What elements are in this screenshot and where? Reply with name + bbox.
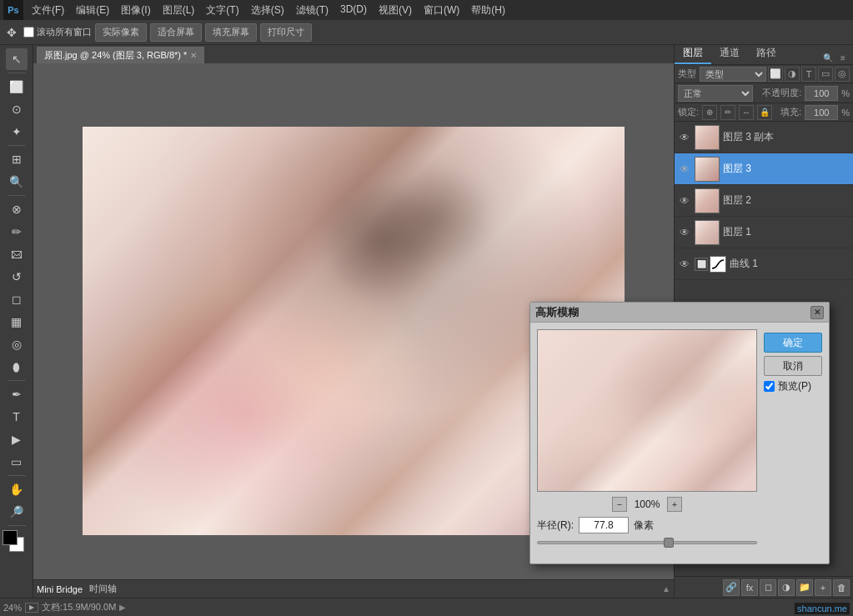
actual-pixels-btn[interactable]: 实际像素 <box>95 23 147 42</box>
marquee-tool[interactable]: ⬜ <box>6 76 28 98</box>
lock-all-icon[interactable]: 🔒 <box>757 105 772 120</box>
clone-stamp-tool[interactable]: 🖂 <box>6 243 28 265</box>
menu-window[interactable]: 窗口(W) <box>419 2 464 19</box>
new-adjustment-btn[interactable]: ◑ <box>778 579 795 596</box>
add-style-btn[interactable]: fx <box>741 579 758 596</box>
layer-item-3-copy[interactable]: 👁 图层 3 副本 <box>675 122 853 153</box>
dialog-cancel-btn[interactable]: 取消 <box>764 356 822 376</box>
layer-visibility-3[interactable]: 👁 <box>678 163 691 176</box>
menu-layer[interactable]: 图层(L) <box>158 2 200 19</box>
panel-search-icon[interactable]: 🔍 <box>821 51 835 64</box>
eraser-tool[interactable]: ◻ <box>6 288 28 310</box>
panel-expand-icon[interactable]: ▲ <box>662 584 670 593</box>
kind-pixel-icon[interactable]: ⬜ <box>768 67 783 82</box>
menu-text[interactable]: 文字(T) <box>201 2 243 19</box>
menu-help[interactable]: 帮助(H) <box>466 2 510 19</box>
status-menu-btn[interactable]: ▶ <box>25 603 38 613</box>
eyedropper-tool[interactable]: 🔍 <box>6 171 28 193</box>
radius-label: 半径(R): <box>537 518 574 533</box>
kind-shape-icon[interactable]: ▭ <box>818 67 833 82</box>
zoom-tool[interactable]: 🔎 <box>6 501 28 523</box>
history-brush-tool[interactable]: ↺ <box>6 266 28 288</box>
fit-screen-btn[interactable]: 适合屏幕 <box>150 23 202 42</box>
menu-image[interactable]: 图像(I) <box>116 2 155 19</box>
zoom-in-btn[interactable]: + <box>667 497 682 512</box>
pen-tool[interactable]: ✒ <box>6 383 28 405</box>
opacity-input[interactable] <box>805 86 838 101</box>
layer-visibility-1[interactable]: 👁 <box>678 226 691 239</box>
delete-layer-btn[interactable]: 🗑 <box>833 579 850 596</box>
layer-item-1[interactable]: 👁 图层 1 <box>675 217 853 248</box>
dialog-close-btn[interactable]: ✕ <box>810 306 824 319</box>
hand-tool[interactable]: ✋ <box>6 478 28 500</box>
dialog-content: − 100% + 半径(R): 像素 确定 取消 <box>530 323 829 563</box>
magic-wand-tool[interactable]: ✦ <box>6 121 28 143</box>
new-group-btn[interactable]: 📁 <box>796 579 813 596</box>
kind-dropdown[interactable]: 类型 <box>700 67 766 82</box>
kind-smart-icon[interactable]: ◎ <box>835 67 850 82</box>
crop-tool[interactable]: ⊞ <box>6 148 28 170</box>
tool-separator-4 <box>8 380 26 381</box>
menu-file[interactable]: 文件(F) <box>27 2 69 19</box>
layer-item-curves[interactable]: 👁 ⬜ 曲线 1 <box>675 248 853 280</box>
zoom-out-btn[interactable]: − <box>612 497 627 512</box>
lock-move-icon[interactable]: ↔ <box>739 105 754 120</box>
mini-bridge-bar: Mini Bridge 时间轴 ▲ <box>33 579 674 598</box>
canvas-tab[interactable]: 原图.jpg @ 24% (图层 3, RGB/8*) * ✕ <box>37 47 204 63</box>
status-expand-btn[interactable]: ▶ <box>119 603 126 612</box>
tab-close-btn[interactable]: ✕ <box>190 51 197 60</box>
shape-tool[interactable]: ▭ <box>6 451 28 473</box>
lock-position-icon[interactable]: ⊕ <box>702 105 717 120</box>
kind-adjust-icon[interactable]: ◑ <box>785 67 800 82</box>
new-layer-btn[interactable]: + <box>815 579 831 596</box>
move-tool-icon: ✥ <box>3 24 20 41</box>
layer-visibility-3-copy[interactable]: 👁 <box>678 131 691 144</box>
spot-healing-tool[interactable]: ⊗ <box>6 198 28 220</box>
path-select-tool[interactable]: ▶ <box>6 428 28 450</box>
dodge-tool[interactable]: ⬮ <box>6 356 28 378</box>
menu-view[interactable]: 视图(V) <box>374 2 417 19</box>
brush-tool[interactable]: ✏ <box>6 221 28 243</box>
layer-visibility-2[interactable]: 👁 <box>678 194 691 208</box>
paths-tab[interactable]: 路径 <box>748 43 785 64</box>
mini-bridge-tab[interactable]: Mini Bridge <box>37 584 83 594</box>
add-mask-btn[interactable]: ◻ <box>760 579 776 596</box>
text-tool[interactable]: T <box>6 406 28 428</box>
blend-mode-dropdown[interactable]: 正常 <box>678 85 753 102</box>
foreground-color-box[interactable] <box>3 530 18 545</box>
move-tool[interactable]: ↖ <box>6 48 28 70</box>
blur-tool[interactable]: ◎ <box>6 333 28 355</box>
radius-input[interactable] <box>579 517 629 533</box>
radius-slider[interactable] <box>537 537 757 548</box>
slider-thumb[interactable] <box>664 538 674 548</box>
link-layers-btn[interactable]: 🔗 <box>723 579 740 596</box>
layers-tab[interactable]: 图层 <box>675 43 711 64</box>
lock-paint-icon[interactable]: ✏ <box>720 105 735 120</box>
panel-menu-icon[interactable]: ≡ <box>836 51 850 64</box>
auto-scroll-checkbox[interactable] <box>23 27 34 38</box>
layer-thumb-2 <box>695 188 720 213</box>
dialog-ok-btn[interactable]: 确定 <box>764 333 822 353</box>
layer-visibility-curves[interactable]: 👁 <box>678 258 691 271</box>
auto-scroll-label: 滚动所有窗口 <box>37 26 92 38</box>
layer-item-2[interactable]: 👁 图层 2 <box>675 185 853 217</box>
timeline-tab[interactable]: 时间轴 <box>89 583 117 595</box>
lock-row: 锁定: ⊕ ✏ ↔ 🔒 填充: % <box>675 103 853 122</box>
menu-edit[interactable]: 编辑(E) <box>71 2 114 19</box>
fill-screen-btn[interactable]: 填充屏幕 <box>205 23 257 42</box>
gradient-tool[interactable]: ▦ <box>6 311 28 333</box>
channels-tab[interactable]: 通道 <box>711 43 748 64</box>
kind-text-icon[interactable]: T <box>801 67 816 82</box>
tab-bar: 原图.jpg @ 24% (图层 3, RGB/8*) * ✕ <box>33 45 674 63</box>
radius-unit: 像素 <box>634 518 654 533</box>
curves-thumb <box>710 256 726 273</box>
print-size-btn[interactable]: 打印尺寸 <box>260 23 312 42</box>
lasso-tool[interactable]: ⊙ <box>6 98 28 120</box>
menu-select[interactable]: 选择(S) <box>246 2 289 19</box>
layer-item-3[interactable]: 👁 图层 3 <box>675 153 853 185</box>
fill-input[interactable] <box>805 105 838 120</box>
auto-scroll-option[interactable]: 滚动所有窗口 <box>23 26 92 38</box>
menu-3d[interactable]: 3D(D) <box>335 2 372 19</box>
preview-checkbox[interactable] <box>764 381 775 392</box>
menu-filter[interactable]: 滤镜(T) <box>291 2 334 19</box>
